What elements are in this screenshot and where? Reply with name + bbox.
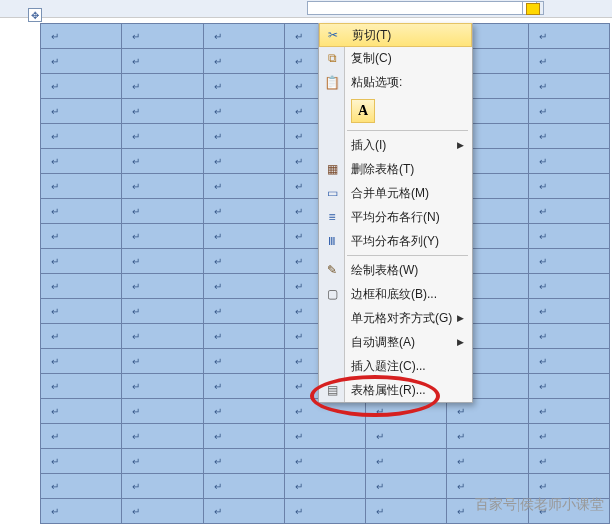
table-cell[interactable] [447, 499, 528, 524]
table-cell[interactable] [203, 474, 284, 499]
table-cell[interactable] [122, 449, 203, 474]
table-cell[interactable] [528, 224, 609, 249]
table-cell[interactable] [528, 174, 609, 199]
table-cell[interactable] [122, 349, 203, 374]
table-cell[interactable] [528, 424, 609, 449]
table-cell[interactable] [41, 424, 122, 449]
table-cell[interactable] [122, 224, 203, 249]
table-cell[interactable] [203, 174, 284, 199]
menu-item[interactable]: 自动调整(A) [319, 330, 472, 354]
table-cell[interactable] [528, 249, 609, 274]
table-cell[interactable] [447, 424, 528, 449]
table-cell[interactable] [203, 449, 284, 474]
menu-item[interactable]: 复制(C) [319, 46, 472, 70]
table-cell[interactable] [528, 324, 609, 349]
table-cell[interactable] [528, 124, 609, 149]
menu-item[interactable]: 表格属性(R)... [319, 378, 472, 402]
menu-item[interactable]: 绘制表格(W) [319, 258, 472, 282]
table-cell[interactable] [122, 424, 203, 449]
table-cell[interactable] [366, 474, 447, 499]
table-cell[interactable] [122, 474, 203, 499]
table-cell[interactable] [122, 274, 203, 299]
table-cell[interactable] [122, 249, 203, 274]
table-cell[interactable] [528, 449, 609, 474]
table-cell[interactable] [41, 324, 122, 349]
table-cell[interactable] [203, 274, 284, 299]
menu-item[interactable]: 边框和底纹(B)... [319, 282, 472, 306]
table-cell[interactable] [528, 399, 609, 424]
table-cell[interactable] [203, 49, 284, 74]
table-move-handle[interactable] [28, 8, 42, 22]
table-cell[interactable] [528, 474, 609, 499]
table-cell[interactable] [41, 199, 122, 224]
table-cell[interactable] [203, 424, 284, 449]
table-cell[interactable] [528, 149, 609, 174]
table-cell[interactable] [122, 299, 203, 324]
table-cell[interactable] [41, 249, 122, 274]
table-cell[interactable] [122, 174, 203, 199]
table-cell[interactable] [528, 49, 609, 74]
table-cell[interactable] [528, 374, 609, 399]
table-cell[interactable] [122, 149, 203, 174]
menu-item[interactable]: 平均分布各列(Y) [319, 229, 472, 253]
table-cell[interactable] [528, 299, 609, 324]
table-cell[interactable] [284, 424, 365, 449]
table-cell[interactable] [41, 74, 122, 99]
table-cell[interactable] [122, 24, 203, 49]
table-cell[interactable] [284, 499, 365, 524]
table-cell[interactable] [122, 124, 203, 149]
table-cell[interactable] [447, 449, 528, 474]
table-cell[interactable] [528, 24, 609, 49]
menu-item[interactable]: 插入题注(C)... [319, 354, 472, 378]
table-cell[interactable] [41, 399, 122, 424]
table-cell[interactable] [41, 49, 122, 74]
table-cell[interactable] [203, 99, 284, 124]
table-cell[interactable] [122, 374, 203, 399]
table-cell[interactable] [528, 99, 609, 124]
menu-item[interactable]: 剪切(T) [319, 23, 472, 47]
table-cell[interactable] [203, 349, 284, 374]
table-cell[interactable] [122, 99, 203, 124]
table-cell[interactable] [41, 349, 122, 374]
menu-item[interactable]: 删除表格(T) [319, 157, 472, 181]
menu-item[interactable]: 合并单元格(M) [319, 181, 472, 205]
table-cell[interactable] [122, 74, 203, 99]
table-cell[interactable] [41, 99, 122, 124]
menu-item[interactable]: 单元格对齐方式(G) [319, 306, 472, 330]
table-cell[interactable] [203, 324, 284, 349]
table-cell[interactable] [122, 49, 203, 74]
table-cell[interactable] [41, 124, 122, 149]
table-cell[interactable] [203, 124, 284, 149]
table-cell[interactable] [203, 74, 284, 99]
table-cell[interactable] [284, 449, 365, 474]
toolbar-input-box[interactable] [307, 1, 537, 15]
table-cell[interactable] [366, 424, 447, 449]
table-cell[interactable] [122, 499, 203, 524]
table-cell[interactable] [122, 199, 203, 224]
table-cell[interactable] [203, 249, 284, 274]
table-cell[interactable] [41, 174, 122, 199]
table-cell[interactable] [41, 374, 122, 399]
table-cell[interactable] [203, 149, 284, 174]
table-cell[interactable] [447, 474, 528, 499]
table-cell[interactable] [528, 274, 609, 299]
table-cell[interactable] [41, 149, 122, 174]
table-cell[interactable] [122, 324, 203, 349]
table-cell[interactable] [528, 349, 609, 374]
table-cell[interactable] [41, 24, 122, 49]
table-cell[interactable] [366, 449, 447, 474]
table-cell[interactable] [41, 224, 122, 249]
table-cell[interactable] [203, 299, 284, 324]
table-cell[interactable] [41, 274, 122, 299]
menu-item[interactable]: 插入(I) [319, 133, 472, 157]
table-cell[interactable] [203, 399, 284, 424]
table-cell[interactable] [41, 499, 122, 524]
menu-item[interactable]: 平均分布各行(N) [319, 205, 472, 229]
table-cell[interactable] [528, 74, 609, 99]
table-cell[interactable] [122, 399, 203, 424]
highlight-color-button[interactable] [522, 1, 544, 15]
table-cell[interactable] [203, 224, 284, 249]
paste-option-keep-text[interactable]: A [351, 99, 375, 123]
menu-item[interactable]: 粘贴选项: [319, 70, 472, 94]
table-cell[interactable] [528, 499, 609, 524]
